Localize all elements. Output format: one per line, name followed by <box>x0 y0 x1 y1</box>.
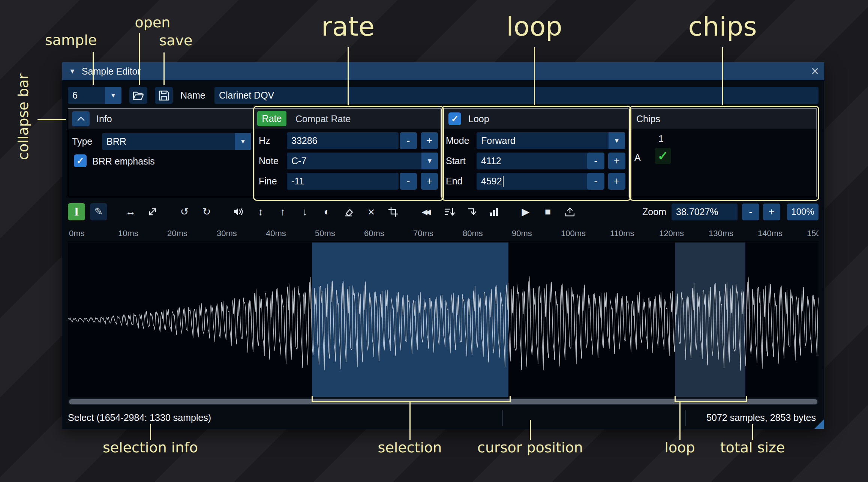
annotation-bracket-selection <box>312 396 511 402</box>
annotation-line <box>722 47 723 105</box>
edit-mode-select-button[interactable]: I <box>68 203 85 220</box>
resize-button[interactable]: ↔ <box>122 203 139 220</box>
hz-input[interactable]: 33286 <box>287 132 399 149</box>
loop-mode-value: Forward <box>477 135 516 146</box>
spectrum-button[interactable] <box>485 203 502 220</box>
info-panel-title: Info <box>96 114 112 124</box>
mode-label: Mode <box>446 135 469 146</box>
ruler-label: 30ms <box>217 229 237 238</box>
sample-select[interactable]: 6 ▼ <box>68 87 121 104</box>
annotation-line <box>534 47 535 105</box>
fine-label: Fine <box>259 176 277 187</box>
zoom-in-button[interactable]: + <box>763 204 780 220</box>
time-ruler[interactable]: 0ms 10ms 20ms 30ms 40ms 50ms 60ms 70ms 8… <box>68 226 819 242</box>
zoom-input[interactable]: 38.7027% <box>672 204 738 220</box>
loop-end-label: End <box>446 176 462 187</box>
ruler-label: 10ms <box>118 229 138 238</box>
note-select[interactable]: C-7 ▼ <box>287 153 438 169</box>
chips-panel-title: Chips <box>636 114 660 124</box>
collapse-bar-button[interactable] <box>72 111 90 126</box>
undo-button[interactable]: ↺ <box>176 203 193 220</box>
redo-button[interactable]: ↻ <box>198 203 215 220</box>
status-divider <box>502 410 503 426</box>
resample-button[interactable] <box>144 203 161 220</box>
waveform-view[interactable] <box>68 242 819 397</box>
invert-button[interactable]: ◐ <box>318 203 336 220</box>
loop-end-input[interactable]: 4592 <box>477 173 593 190</box>
fine-input[interactable]: -11 <box>287 173 399 190</box>
sort-descending-button[interactable] <box>441 203 458 220</box>
hz-minus-button[interactable]: - <box>400 132 417 149</box>
loop-start-label: Start <box>446 156 466 166</box>
normalize-button[interactable]: ↕ <box>252 203 269 220</box>
chevron-up-icon <box>77 116 85 121</box>
total-size-text: 5072 samples, 2853 bytes <box>706 412 816 423</box>
selection-info-text: Select (1654-2984: 1330 samples) <box>68 412 211 423</box>
loop-start-input[interactable]: 4112 <box>477 153 593 169</box>
chevron-down-icon[interactable]: ▼ <box>609 132 625 149</box>
loop-start-minus-button[interactable]: - <box>587 153 604 169</box>
chip-enable-checkbox[interactable]: ✓ <box>655 148 671 164</box>
ruler-label: 80ms <box>463 229 483 238</box>
loop-start-plus-button[interactable]: + <box>608 153 625 169</box>
toolbar: I ✎ ↔ ↺ ↻ ↕ ↑ ↓ ◐ <box>68 202 819 222</box>
seek-start-button[interactable]: ◀◀ <box>417 203 436 220</box>
open-button[interactable] <box>129 87 147 104</box>
resize-grip[interactable] <box>814 419 824 429</box>
annotation-line <box>163 52 165 85</box>
zoom-out-button[interactable]: - <box>742 204 759 220</box>
loop-end-plus-button[interactable]: + <box>608 173 625 190</box>
create-wavetable-button[interactable] <box>463 203 480 220</box>
play-button[interactable]: ▶ <box>517 203 534 220</box>
loop-checkbox[interactable]: ✓ <box>448 112 461 125</box>
loop-panel: ✓ Loop Mode Forward ▼ Start 4112 - + End… <box>442 108 628 197</box>
bar-chart-icon <box>489 207 499 217</box>
annotation-cursor-position: cursor position <box>477 439 583 456</box>
brr-emphasis-checkbox[interactable]: ✓ <box>74 154 87 167</box>
ruler-label: 50ms <box>315 229 335 238</box>
fade-in-button[interactable]: ↑ <box>274 203 291 220</box>
sample-editor-window: ▼ Sample Editor × 6 ▼ Name Clarinet DQV <box>62 62 825 429</box>
name-input[interactable]: Clarinet DQV <box>214 87 819 104</box>
zoom-reset-button[interactable]: 100% <box>787 204 819 220</box>
chevron-down-icon[interactable]: ▼ <box>421 153 438 169</box>
annotation-bracket-loop <box>675 396 747 402</box>
annotation-save: save <box>159 32 193 49</box>
ruler-label: 140ms <box>758 229 783 238</box>
type-select[interactable]: BRR ▼ <box>102 133 251 150</box>
note-select-value: C-7 <box>287 156 306 166</box>
chevron-down-icon[interactable]: ▼ <box>235 133 251 150</box>
floppy-disk-icon <box>158 90 169 101</box>
amplify-button[interactable] <box>230 203 247 220</box>
fine-minus-button[interactable]: - <box>400 173 417 190</box>
silence-button[interactable] <box>340 203 358 220</box>
status-divider <box>685 410 686 426</box>
close-icon[interactable]: × <box>811 64 819 78</box>
annotation-collapse-bar: collapse bar <box>15 73 31 160</box>
name-label: Name <box>180 90 205 101</box>
loop-end-minus-button[interactable]: - <box>587 173 604 190</box>
import-button[interactable] <box>561 203 579 220</box>
loop-mode-select[interactable]: Forward ▼ <box>477 132 625 149</box>
save-button[interactable] <box>155 87 173 104</box>
fine-plus-button[interactable]: + <box>421 173 438 190</box>
tab-rate[interactable]: Rate <box>257 111 286 126</box>
edit-mode-draw-button[interactable]: ✎ <box>90 203 107 220</box>
window-collapse-icon[interactable]: ▼ <box>69 67 76 75</box>
ruler-label: 40ms <box>266 229 286 238</box>
annotation-open: open <box>135 14 171 31</box>
fade-out-button[interactable]: ↓ <box>296 203 313 220</box>
zoom-input-value: 38.7027% <box>676 207 718 217</box>
tab-compat-rate[interactable]: Compat Rate <box>295 114 351 124</box>
ruler-label: 60ms <box>364 229 384 238</box>
eraser-icon <box>344 207 354 217</box>
stop-button[interactable]: ■ <box>539 203 556 220</box>
trim-button[interactable] <box>385 203 402 220</box>
delete-button[interactable]: × <box>363 203 380 220</box>
hz-plus-button[interactable]: + <box>421 132 438 149</box>
ruler-label: 0ms <box>69 229 85 238</box>
speaker-icon <box>233 207 244 217</box>
titlebar[interactable]: ▼ Sample Editor × <box>62 62 824 80</box>
chip-row-label: A <box>634 152 641 163</box>
chevron-down-icon[interactable]: ▼ <box>105 87 121 104</box>
